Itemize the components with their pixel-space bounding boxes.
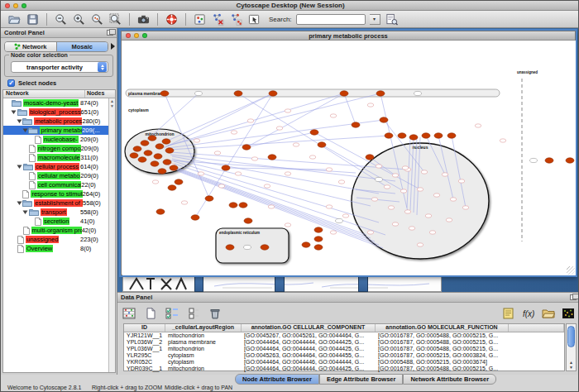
tab-network-attribute-browser[interactable]: Network Attribute Browser xyxy=(403,374,496,385)
help-lifesaver-icon[interactable] xyxy=(165,12,179,26)
network-node-selected[interactable] xyxy=(376,91,385,96)
network-node-label[interactable] xyxy=(285,109,291,112)
network-node-selected[interactable] xyxy=(261,245,269,250)
network-node-selected[interactable] xyxy=(269,91,277,96)
network-node-label[interactable] xyxy=(342,214,349,218)
network-node-label[interactable] xyxy=(264,184,270,188)
vizmapper-icon[interactable] xyxy=(193,12,207,26)
network-node-selected[interactable] xyxy=(158,169,166,174)
network-node-label[interactable] xyxy=(367,231,374,234)
network-node-selected[interactable] xyxy=(175,179,183,184)
network-node-selected[interactable] xyxy=(242,145,251,150)
zoom-in-icon[interactable] xyxy=(72,12,86,26)
network-node-selected[interactable] xyxy=(422,133,430,138)
tree-row-transport[interactable]: transport558(0) xyxy=(3,208,108,217)
network-node-selected[interactable] xyxy=(302,242,310,247)
attr-new-icon[interactable] xyxy=(143,307,158,320)
network-view-titlebar[interactable]: primary metabolic process xyxy=(122,31,575,41)
network-node-selected[interactable] xyxy=(447,133,456,138)
network-node-label[interactable] xyxy=(326,205,333,208)
tree-row-cellular-metabo[interactable]: cellular metabo209(0) xyxy=(3,171,108,180)
network-node-label[interactable] xyxy=(429,231,436,234)
network-node-label[interactable] xyxy=(276,127,283,130)
network-node-label[interactable] xyxy=(388,206,395,209)
compartment-plasma-membrane[interactable] xyxy=(126,89,500,97)
network-node-selected[interactable] xyxy=(226,245,234,250)
tree-row-primary-metabo[interactable]: primary metabo209(... xyxy=(3,126,108,135)
tree-row-mosaic-demo-yeast[interactable]: mosaic-demo-yeast874(0) xyxy=(3,98,108,108)
network-node-label[interactable] xyxy=(371,198,378,201)
zoom-out-icon[interactable] xyxy=(54,12,68,26)
column-header-cell[interactable]: annotation.GO CELLULAR_COMPONENT xyxy=(242,324,376,332)
tree-row-nitrogen-compo[interactable]: nitrogen compo209(0) xyxy=(3,144,108,153)
network-node-unselected[interactable] xyxy=(530,158,538,162)
network-node-selected[interactable] xyxy=(434,133,443,138)
zoom-selected-icon[interactable] xyxy=(90,12,104,26)
network-node-selected[interactable] xyxy=(162,139,170,144)
network-node-selected[interactable] xyxy=(154,154,162,159)
expander-icon[interactable] xyxy=(17,164,23,170)
network-node-selected[interactable] xyxy=(151,161,159,166)
tab-mosaic[interactable]: Mosaic xyxy=(56,42,108,51)
network-node-selected[interactable] xyxy=(352,122,360,127)
network-node-label[interactable] xyxy=(194,139,200,142)
network-node-label[interactable] xyxy=(409,227,415,230)
network-node-label[interactable] xyxy=(376,165,382,168)
tree-row-unassigned[interactable]: unassigned223(0) xyxy=(3,235,108,244)
network-node-selected[interactable] xyxy=(170,165,178,170)
network-node-label[interactable] xyxy=(421,170,428,174)
network-node-selected[interactable] xyxy=(545,158,553,163)
network-node-unselected[interactable] xyxy=(376,177,383,181)
network-node-label[interactable] xyxy=(417,188,423,191)
network-node-selected[interactable] xyxy=(244,218,252,223)
network-node-selected[interactable] xyxy=(366,155,374,160)
attr-unselect-all-icon[interactable] xyxy=(186,307,201,320)
network-canvas[interactable]: plasma membranecytoplasmmitochondrionnuc… xyxy=(122,41,576,275)
attr-select-icon[interactable] xyxy=(122,307,136,320)
network-node-label[interactable] xyxy=(433,194,440,197)
annotation-icon[interactable] xyxy=(247,12,261,26)
network-node-selected[interactable] xyxy=(133,146,141,151)
network-node-selected[interactable] xyxy=(310,130,318,135)
open-session-icon[interactable] xyxy=(7,12,22,26)
tree-row-secretion[interactable]: secretion41(0) xyxy=(3,217,108,226)
column-header-id[interactable]: ID xyxy=(124,324,165,332)
network-node-label[interactable] xyxy=(326,168,333,171)
network-node-label[interactable] xyxy=(214,151,221,155)
network-node-label[interactable] xyxy=(450,198,457,201)
network-node-selected[interactable] xyxy=(314,237,323,241)
network-node-label[interactable] xyxy=(500,139,506,142)
network-node-unselected[interactable] xyxy=(414,91,422,95)
more-tabs-arrow-icon[interactable] xyxy=(111,43,115,50)
network-node-selected[interactable] xyxy=(318,142,326,147)
network-node-label[interactable] xyxy=(181,201,188,204)
tree-row-metabolic-process[interactable]: metabolic process280(0) xyxy=(3,117,108,126)
tree-col-nodes[interactable]: Nodes xyxy=(85,90,115,98)
network-node-unselected[interactable] xyxy=(195,91,203,95)
attr-delete-icon[interactable] xyxy=(208,307,223,320)
table-row-YKR052C[interactable]: YKR052Ccytoplasm[GO:0044464, GO:0044446,… xyxy=(124,359,564,366)
network-node-label[interactable] xyxy=(152,180,159,184)
network-node-selected[interactable] xyxy=(566,158,574,163)
network-node-label[interactable] xyxy=(446,218,452,222)
float-panel-icon[interactable] xyxy=(570,294,577,300)
network-node-unselected[interactable] xyxy=(244,245,251,249)
table-scrollbar[interactable]: ▲▼ xyxy=(566,323,577,371)
network-node-label[interactable] xyxy=(198,172,204,175)
matrix-icon[interactable] xyxy=(561,307,576,320)
network-node-selected[interactable] xyxy=(314,227,323,232)
table-row-YLR295C[interactable]: YLR295Ccytoplasm[GO:0045263, GO:0044464,… xyxy=(124,352,564,359)
network-node-selected[interactable] xyxy=(156,209,165,214)
tree-row-nucleobase-[interactable]: nucleobase-209(0) xyxy=(3,135,108,144)
zoom-fit-icon[interactable] xyxy=(108,12,122,26)
network-node-selected[interactable] xyxy=(148,136,156,141)
table-row-YPL036W__1[interactable]: YPL036W__1mitochondrion[GO:0044464, GO:0… xyxy=(124,346,564,352)
network-node-selected[interactable] xyxy=(160,91,169,96)
tree-scrollbar[interactable]: ▲▼ xyxy=(108,98,115,372)
network-node-selected[interactable] xyxy=(380,117,388,122)
network-node-label[interactable] xyxy=(218,184,225,188)
network-node-label[interactable] xyxy=(392,222,399,226)
node-color-dropdown[interactable]: transporter activity xyxy=(11,61,108,73)
network-node-selected[interactable] xyxy=(141,141,149,146)
tree-row-overview[interactable]: Overview8(0) xyxy=(3,244,108,253)
